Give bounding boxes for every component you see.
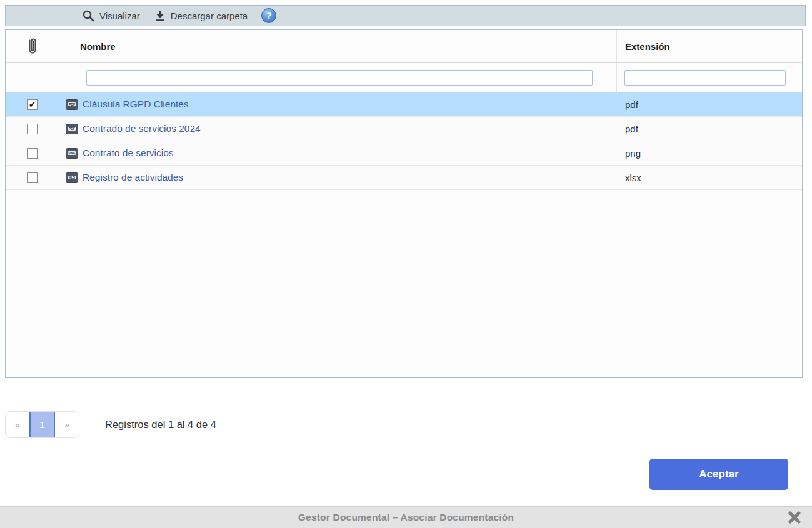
checkbox-cell [6, 141, 59, 165]
extension-filter-input[interactable] [624, 70, 786, 86]
checkbox-cell [6, 92, 59, 116]
row-checkbox[interactable] [27, 99, 38, 110]
checkbox-cell [6, 166, 59, 189]
pdf-file-icon: pdf [66, 124, 78, 134]
name-cell: pdf Cláusula RGPD Clientes [59, 92, 617, 116]
row-checkbox[interactable] [27, 172, 38, 183]
file-name-link[interactable]: Contrado de servicios 2024 [83, 123, 201, 134]
table-empty-area [6, 190, 802, 377]
next-page-button[interactable]: » [55, 412, 79, 437]
file-name-link[interactable]: Registro de actividades [83, 172, 183, 183]
dialog-title-bar: Gestor Documental – Asociar Documentació… [0, 506, 812, 528]
attachment-column-header [6, 30, 59, 62]
table-header-row: Nombre Extensión [6, 30, 802, 63]
dialog-title: Gestor Documental – Asociar Documentació… [298, 512, 514, 523]
download-folder-label: Descargar carpeta [171, 11, 248, 21]
extension-cell: xlsx [617, 166, 802, 189]
sheet-file-icon: xls [66, 172, 78, 183]
table-row[interactable]: xls Registro de actividades xlsx [6, 166, 802, 190]
search-icon [82, 9, 95, 22]
previous-page-button[interactable]: « [6, 412, 29, 437]
row-checkbox[interactable] [27, 148, 38, 159]
table-row[interactable]: pdf Contrado de servicios 2024 pdf [6, 117, 802, 141]
extension-column-header[interactable]: Extensión [617, 30, 802, 62]
pagination: « 1 » [5, 411, 79, 438]
attachment-filter-cell [6, 63, 59, 92]
extension-cell: pdf [617, 92, 802, 116]
extension-cell: png [617, 141, 802, 165]
help-icon[interactable]: ? [261, 8, 276, 23]
visualize-button[interactable]: Visualizar [82, 9, 140, 22]
download-folder-button[interactable]: Descargar carpeta [154, 9, 248, 22]
accept-button[interactable]: Aceptar [649, 459, 788, 490]
name-cell: png Contrato de servicios [59, 141, 617, 165]
name-filter-cell [59, 63, 617, 92]
table-filter-row [6, 63, 802, 92]
pdf-file-icon: pdf [66, 99, 78, 110]
visualize-label: Visualizar [99, 11, 140, 21]
extension-filter-cell [617, 63, 802, 92]
name-cell: xls Registro de actividades [59, 166, 617, 189]
name-cell: pdf Contrado de servicios 2024 [59, 117, 617, 141]
file-name-link[interactable]: Contrato de servicios [83, 147, 174, 159]
extension-cell: pdf [617, 117, 802, 141]
download-icon [154, 9, 166, 22]
checkbox-cell [6, 117, 59, 141]
file-name-link[interactable]: Cláusula RGPD Clientes [83, 99, 189, 110]
table-body: pdf Cláusula RGPD Clientes pdf pdf Contr… [6, 92, 802, 190]
image-file-icon: png [66, 148, 78, 159]
name-filter-input[interactable] [86, 70, 593, 86]
table-row[interactable]: png Contrato de servicios png [6, 141, 802, 166]
name-column-header[interactable]: Nombre [59, 30, 617, 62]
table-row[interactable]: pdf Cláusula RGPD Clientes pdf [6, 92, 802, 117]
row-checkbox[interactable] [27, 124, 38, 134]
close-icon[interactable] [786, 509, 803, 526]
current-page-button[interactable]: 1 [29, 411, 56, 438]
records-summary: Registros del 1 al 4 de 4 [105, 411, 216, 438]
document-toolbar: Visualizar Descargar carpeta ? [5, 5, 806, 26]
paperclip-icon [26, 36, 39, 56]
documents-table: Nombre Extensión pdf Cláusula RGPD Clien… [5, 29, 803, 378]
